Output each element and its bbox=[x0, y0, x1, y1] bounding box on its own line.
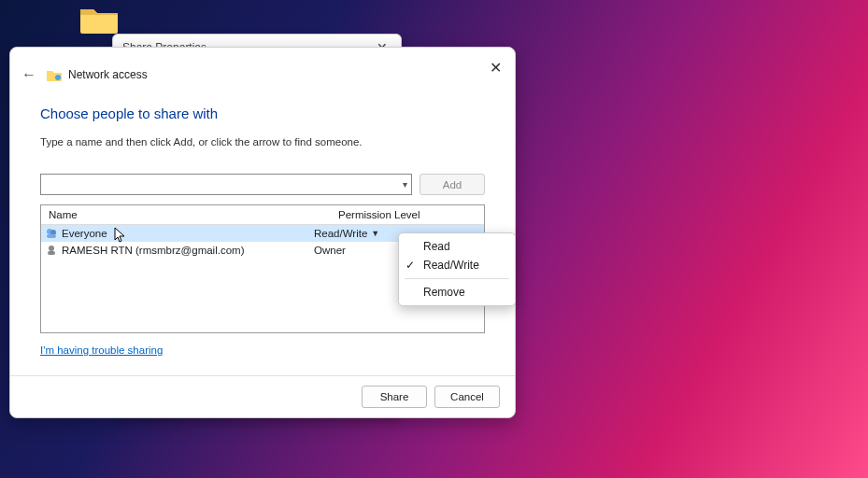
share-button[interactable]: Share bbox=[362, 386, 427, 408]
back-arrow-icon[interactable]: ← bbox=[21, 66, 36, 83]
column-permission[interactable]: Permission Level bbox=[331, 205, 484, 224]
name-combobox[interactable]: ▾ bbox=[40, 174, 412, 195]
add-button[interactable]: Add bbox=[420, 174, 485, 195]
close-icon[interactable]: ✕ bbox=[490, 59, 502, 77]
row-perm-label: Read/Write bbox=[314, 228, 367, 239]
dialog-title: Network access bbox=[68, 68, 148, 81]
column-name[interactable]: Name bbox=[41, 205, 331, 224]
menu-item-label: Read bbox=[423, 240, 450, 253]
menu-item-label: Read/Write bbox=[423, 259, 479, 272]
check-icon: ✓ bbox=[406, 259, 415, 272]
row-perm-label: Owner bbox=[314, 245, 346, 256]
svg-point-4 bbox=[49, 246, 54, 251]
user-icon bbox=[45, 244, 58, 257]
permission-context-menu: Read ✓ Read/Write Remove bbox=[398, 232, 516, 306]
menu-item-label: Remove bbox=[423, 286, 465, 299]
network-folder-icon bbox=[46, 67, 63, 82]
menu-item-read-write[interactable]: ✓ Read/Write bbox=[399, 256, 515, 274]
trouble-sharing-link[interactable]: I'm having trouble sharing bbox=[40, 344, 163, 356]
list-header: Name Permission Level bbox=[41, 205, 484, 225]
group-icon bbox=[45, 227, 58, 240]
menu-item-read[interactable]: Read bbox=[399, 237, 515, 256]
chevron-down-icon[interactable]: ▾ bbox=[403, 179, 407, 190]
folder-icon bbox=[78, 4, 120, 35]
dialog-heading: Choose people to share with bbox=[40, 105, 485, 121]
row-name-label: Everyone bbox=[62, 228, 107, 239]
cancel-button[interactable]: Cancel bbox=[434, 386, 500, 408]
dialog-subtext: Type a name and then click Add, or click… bbox=[40, 136, 485, 148]
svg-rect-5 bbox=[48, 251, 55, 255]
svg-rect-3 bbox=[47, 234, 56, 238]
dialog-header: ← Network access bbox=[10, 48, 515, 92]
svg-point-0 bbox=[55, 75, 61, 80]
menu-separator bbox=[405, 278, 509, 279]
row-name-label: RAMESH RTN (rmsmbrz@gmail.com) bbox=[62, 245, 244, 256]
chevron-down-icon: ▼ bbox=[371, 229, 379, 238]
desktop-folder[interactable] bbox=[71, 4, 127, 37]
dialog-footer: Share Cancel bbox=[10, 375, 515, 417]
menu-item-remove[interactable]: Remove bbox=[399, 283, 515, 302]
